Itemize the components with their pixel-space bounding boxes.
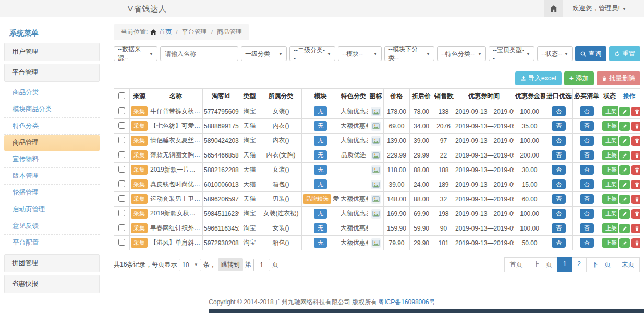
- sidebar-subitem[interactable]: 商品分类: [4, 85, 100, 101]
- delete-button[interactable]: [631, 165, 640, 175]
- import-select-badge[interactable]: 否: [552, 223, 566, 233]
- home-button[interactable]: [544, 0, 563, 17]
- edit-button[interactable]: [619, 180, 630, 189]
- delete-button[interactable]: [631, 107, 640, 116]
- sidebar-subitem[interactable]: 商品管理: [4, 135, 100, 151]
- sidebar-subitem[interactable]: 模块商品分类: [4, 101, 100, 118]
- sidebar-item[interactable]: 拼团管理: [4, 254, 100, 272]
- row-checkbox[interactable]: [118, 122, 125, 129]
- breadcrumb-home-link[interactable]: 首页: [159, 28, 172, 37]
- sidebar-subitem[interactable]: 意见反馈: [4, 218, 100, 235]
- delete-button[interactable]: [631, 224, 640, 233]
- sidebar-item[interactable]: 省惠快报: [4, 275, 100, 293]
- name-search-input[interactable]: [160, 46, 238, 61]
- sidebar-subitem[interactable]: 平台配置: [4, 235, 100, 251]
- row-checkbox[interactable]: [118, 151, 125, 158]
- edit-button[interactable]: [619, 224, 630, 233]
- import-select-badge[interactable]: 否: [552, 238, 566, 248]
- delete-button[interactable]: [631, 151, 640, 160]
- delete-button[interactable]: [631, 180, 640, 189]
- import-select-badge[interactable]: 否: [552, 106, 566, 116]
- feature-category-select[interactable]: --特色分类--▼: [437, 46, 486, 61]
- status-badge[interactable]: 上架: [602, 223, 618, 233]
- row-checkbox[interactable]: [118, 195, 125, 202]
- import-excel-button[interactable]: 导入excel: [515, 71, 562, 85]
- sidebar-subitem[interactable]: 启动页管理: [4, 201, 100, 218]
- edit-button[interactable]: [619, 107, 630, 116]
- level1-category-select[interactable]: 一级分类▼: [241, 46, 287, 61]
- next-page-button[interactable]: 下一页: [586, 257, 616, 272]
- edit-button[interactable]: [619, 151, 630, 160]
- delete-button[interactable]: [631, 195, 640, 204]
- prev-page-button[interactable]: 上一页: [528, 257, 558, 272]
- must-buy-badge[interactable]: 否: [580, 165, 594, 175]
- page-button-1[interactable]: 1: [557, 257, 573, 272]
- status-badge[interactable]: 上架: [602, 150, 618, 160]
- row-checkbox[interactable]: [118, 107, 125, 114]
- import-select-badge[interactable]: 否: [552, 150, 566, 160]
- must-buy-badge[interactable]: 否: [580, 223, 594, 233]
- level2-category-select[interactable]: --二级分类--▼: [289, 46, 335, 61]
- status-badge[interactable]: 上架: [602, 106, 618, 116]
- edit-button[interactable]: [619, 136, 630, 146]
- reset-button[interactable]: 重置: [609, 46, 640, 61]
- must-buy-badge[interactable]: 否: [580, 121, 594, 131]
- row-checkbox[interactable]: [118, 210, 125, 216]
- item-type-select[interactable]: --宝贝类型--▼: [489, 46, 534, 61]
- sidebar-subitem[interactable]: 版本管理: [4, 168, 100, 185]
- jump-page-input[interactable]: [253, 259, 270, 271]
- icp-link[interactable]: 粤ICP备16098006号: [378, 298, 435, 307]
- status-badge[interactable]: 上架: [602, 238, 618, 248]
- delete-button[interactable]: [631, 238, 640, 248]
- must-buy-badge[interactable]: 否: [580, 238, 594, 248]
- status-badge[interactable]: 上架: [602, 136, 618, 146]
- sidebar-subitem[interactable]: 特色分类: [4, 118, 100, 135]
- import-select-badge[interactable]: 否: [552, 121, 566, 131]
- must-buy-badge[interactable]: 否: [580, 150, 594, 160]
- import-select-badge[interactable]: 否: [552, 209, 566, 219]
- edit-button[interactable]: [619, 238, 630, 248]
- import-select-badge[interactable]: 否: [552, 136, 566, 146]
- status-select[interactable]: --状态--▼: [537, 46, 573, 61]
- last-page-button[interactable]: 末页: [616, 257, 640, 272]
- batch-delete-button[interactable]: 批量删除: [597, 71, 640, 85]
- must-buy-badge[interactable]: 否: [580, 136, 594, 146]
- import-select-badge[interactable]: 否: [552, 194, 566, 204]
- edit-button[interactable]: [619, 209, 630, 219]
- status-badge[interactable]: 上架: [602, 209, 618, 219]
- edit-button[interactable]: [619, 122, 630, 131]
- import-select-badge[interactable]: 否: [552, 165, 566, 175]
- data-source-select[interactable]: --数据来源--▼: [114, 46, 157, 61]
- must-buy-badge[interactable]: 否: [580, 209, 594, 219]
- delete-button[interactable]: [631, 209, 640, 219]
- module-subcategory-select[interactable]: --模块下分类--▼: [384, 46, 434, 61]
- row-checkbox[interactable]: [118, 166, 125, 173]
- module-select[interactable]: --模块--▼: [338, 46, 382, 61]
- status-badge[interactable]: 上架: [602, 165, 618, 175]
- delete-button[interactable]: [631, 122, 640, 131]
- sidebar-item[interactable]: 用户管理: [4, 43, 100, 61]
- must-buy-badge[interactable]: 否: [580, 179, 594, 189]
- per-page-select[interactable]: 10▼: [179, 259, 201, 271]
- query-button[interactable]: 查询: [575, 46, 606, 61]
- sidebar-subitem[interactable]: 轮播管理: [4, 185, 100, 201]
- sidebar-item[interactable]: 平台管理: [4, 64, 100, 82]
- status-badge[interactable]: 上架: [602, 121, 618, 131]
- must-buy-badge[interactable]: 否: [580, 194, 594, 204]
- status-badge[interactable]: 上架: [602, 194, 618, 204]
- add-button[interactable]: + 添加: [564, 71, 594, 85]
- edit-button[interactable]: [619, 165, 630, 175]
- row-checkbox[interactable]: [118, 180, 125, 187]
- user-menu[interactable]: 欢迎您，管理员!▼: [573, 4, 626, 13]
- sidebar-subitem[interactable]: 宣传物料: [4, 151, 100, 168]
- edit-button[interactable]: [619, 195, 630, 204]
- select-all-checkbox[interactable]: [118, 92, 125, 99]
- status-badge[interactable]: 上架: [602, 179, 618, 189]
- row-checkbox[interactable]: [118, 224, 125, 231]
- jump-button[interactable]: 跳转到: [218, 258, 243, 271]
- row-checkbox[interactable]: [118, 239, 125, 246]
- import-select-badge[interactable]: 否: [552, 179, 566, 189]
- row-checkbox[interactable]: [118, 137, 125, 143]
- must-buy-badge[interactable]: 否: [580, 106, 594, 116]
- first-page-button[interactable]: 首页: [504, 257, 528, 272]
